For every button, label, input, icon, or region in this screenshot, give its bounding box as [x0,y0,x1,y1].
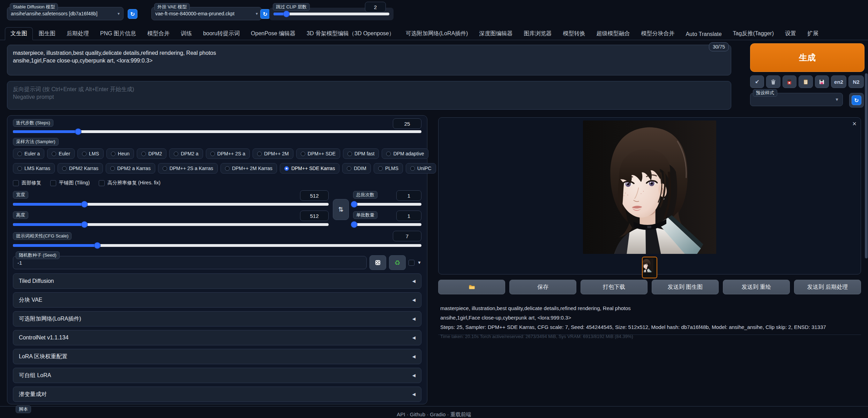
send-to-img2img-button[interactable]: 发送到 图生图 [652,280,719,294]
steps-value[interactable]: 25 [393,118,421,129]
sampler-plms[interactable]: PLMS [374,163,403,174]
tab-auto-translate[interactable]: Auto Translate [680,29,727,40]
tab-booru[interactable]: booru转提示词 [198,28,245,40]
en2-button[interactable]: en2 [831,75,846,88]
cfg-value[interactable]: 7 [393,231,421,241]
steps-slider[interactable] [13,130,421,133]
tab-3d-openpose[interactable]: 3D 骨架模型编辑（3D Openpose） [301,28,400,40]
sampler-dpm2-a[interactable]: DPM2 a [169,148,203,159]
sampler-dpmpp-2s-a-karras[interactable]: DPM++ 2S a Karras [158,163,218,174]
slider-handle[interactable] [351,201,357,207]
sampler-unipc[interactable]: UniPC [406,163,436,174]
slider-handle[interactable] [283,11,289,17]
tab-super-merger[interactable]: 超级模型融合 [591,28,635,40]
slider-handle[interactable] [351,222,357,228]
sampler-euler[interactable]: Euler [47,148,75,159]
swap-dimensions-button[interactable]: ⇅ [333,199,349,220]
tab-extensions[interactable]: 扩展 [802,28,824,40]
tab-tagger[interactable]: Tag反推(Tagger) [728,28,779,40]
tab-block-merge[interactable]: 模型分块合并 [636,28,680,40]
accordion-lora-block-weight[interactable]: LoRA 区块权重配置 ◀ [13,349,421,364]
apply-style-button[interactable] [799,75,813,88]
sampler-dpmpp-sde[interactable]: DPM++ SDE [296,148,340,159]
open-folder-button[interactable] [438,280,505,294]
zip-download-button[interactable]: 打包下载 [581,280,648,294]
sampler-dpm2-karras[interactable]: DPM2 Karras [58,163,103,174]
tab-img2img[interactable]: 图生图 [33,28,61,40]
sampler-euler-a[interactable]: Euler a [13,148,44,159]
batch-size-slider[interactable] [353,223,421,226]
accordion-controlnet[interactable]: ControlNet v1.1.134 ◀ [13,330,421,345]
sd-model-refresh-button[interactable]: ↻ [128,9,137,19]
generate-button[interactable]: 生成 [750,43,865,72]
footer-links[interactable]: API · Github · Gradio · 重载前端 [0,411,868,418]
page-scrollbar[interactable] [865,42,868,418]
save-button[interactable]: 保存 [509,280,576,294]
restore-faces-checkbox[interactable]: 面部修复 [13,180,41,186]
hires-fix-checkbox[interactable]: 高分辨率修复 (Hires. fix) [99,180,160,186]
clear-prompt-button[interactable] [766,75,780,88]
prompt-textarea[interactable]: 30/75 masterpiece, illustration,best qua… [7,45,731,75]
sampler-dpm-adaptive[interactable]: DPM adaptive [382,148,428,159]
tab-settings[interactable]: 设置 [780,28,801,40]
height-value[interactable]: 512 [300,211,329,221]
seed-input[interactable]: -1 [13,256,367,269]
send-to-inpaint-button[interactable]: 发送到 重绘 [723,280,790,294]
sampler-lms[interactable]: LMS [77,148,104,159]
tab-png-info[interactable]: PNG 图片信息 [95,28,141,40]
sampler-dpmpp-2m-karras[interactable]: DPM++ 2M Karras [220,163,277,174]
tab-checkpoint-merger[interactable]: 模型合并 [142,28,175,40]
sampler-dpm2-a-karras[interactable]: DPM2 a Karras [106,163,155,174]
sampler-lms-karras[interactable]: LMS Karras [13,163,55,174]
sampler-dpmpp-sde-karras-selected[interactable]: DPM++ SDE Karras [280,163,339,174]
batch-count-slider[interactable] [353,203,421,206]
batch-count-value[interactable]: 1 [396,190,421,201]
paste-params-button[interactable]: ↙ [750,75,764,88]
style-refresh-button[interactable]: ↻ [852,95,861,105]
tab-image-browser[interactable]: 图库浏览器 [518,28,557,40]
scrollbar-thumb[interactable] [865,73,868,258]
slider-handle[interactable] [95,243,100,249]
gallery-thumbnail-selected[interactable] [642,257,657,278]
slider-handle[interactable] [81,201,87,207]
tab-train[interactable]: 训练 [175,28,197,40]
cfg-slider[interactable] [13,244,421,247]
tab-additional-networks[interactable]: 可选附加网络(LoRA插件) [401,28,473,40]
slider-handle[interactable] [81,222,87,228]
width-slider[interactable] [13,203,329,206]
reuse-seed-button[interactable]: ♻ [389,255,406,270]
width-value[interactable]: 512 [300,190,329,201]
close-icon[interactable]: × [852,120,856,128]
sampler-ddim[interactable]: DDIM [342,163,371,174]
clip-skip-slider[interactable] [274,13,389,15]
accordion-composable-lora[interactable]: 可自组 LoRA ◀ [13,368,421,383]
accordion-tiled-diffusion[interactable]: Tiled Diffusion ◀ [13,273,421,289]
tab-txt2img[interactable]: 文生图 [5,27,33,40]
n2-button[interactable]: N2 [848,75,864,88]
tiling-checkbox[interactable]: 平铺图 (Tiling) [50,180,90,186]
sampler-dpmpp-2s-a[interactable]: DPM++ 2S a [206,148,250,159]
random-seed-button[interactable] [369,255,386,270]
accordion-latent-couple[interactable]: 潜变量成对 ◀ [13,387,421,402]
clip-skip-value[interactable]: 2 [365,2,386,12]
tab-depth-editor[interactable]: 深度图编辑器 [474,28,518,40]
extra-networks-button[interactable] [783,75,796,88]
height-slider[interactable] [13,223,329,226]
seed-extra-checkbox[interactable] [409,260,414,266]
sampler-dpmpp-2m[interactable]: DPM++ 2M [253,148,293,159]
sampler-dpm-fast[interactable]: DPM fast [343,148,379,159]
seed-extra-arrow-icon[interactable]: ▼ [417,260,421,265]
accordion-tiled-vae[interactable]: 分块 VAE ◀ [13,292,421,308]
sampler-heun[interactable]: Heun [106,148,134,159]
save-style-button[interactable] [815,75,829,88]
slider-handle[interactable] [75,129,81,135]
sampler-dpm2[interactable]: DPM2 [137,148,166,159]
generated-image[interactable] [583,120,716,254]
batch-size-value[interactable]: 1 [396,211,421,221]
tab-extras[interactable]: 后期处理 [61,28,94,40]
accordion-additional-networks[interactable]: 可选附加网络(LoRA插件) ◀ [13,311,421,327]
send-to-extras-button[interactable]: 发送到 后期处理 [794,280,861,294]
vae-refresh-button[interactable]: ↻ [260,9,270,19]
negative-prompt-textarea[interactable]: 反向提示词 (按 Ctrl+Enter 或 Alt+Enter 开始生成) Ne… [7,81,731,110]
tab-model-convert[interactable]: 模型转换 [558,28,590,40]
